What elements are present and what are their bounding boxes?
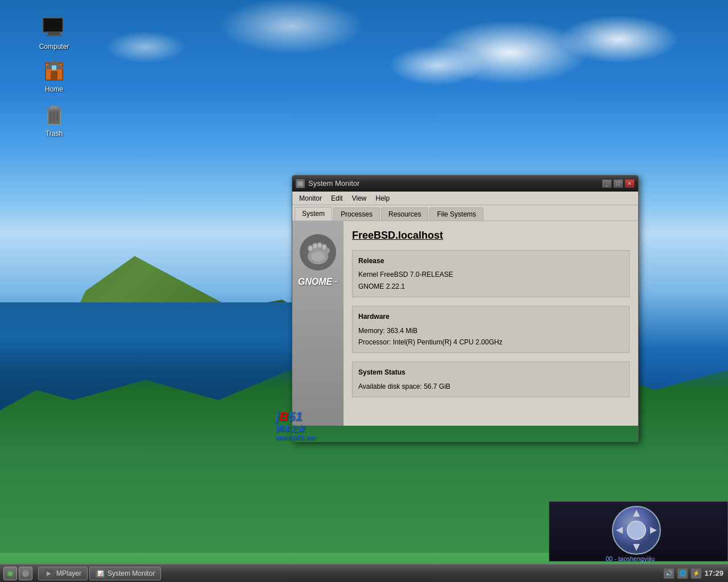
system-info-panel: FreeBSD.localhost Release Kernel FreeBSD…	[344, 221, 638, 426]
svg-rect-1	[44, 19, 62, 31]
svg-rect-12	[51, 106, 57, 109]
gnome-version: GNOME 2.22.1	[358, 281, 623, 292]
taskbar-items: ▶ MPlayer 📊 System Monitor	[36, 567, 659, 580]
svg-point-39	[8, 571, 13, 576]
mplayer-nav[interactable]	[611, 505, 661, 555]
minimize-button[interactable]: _	[602, 179, 612, 188]
desktop-icon-home[interactable]: Home	[31, 57, 77, 93]
window-controls: _ □ ✕	[602, 179, 635, 188]
taskbar-start	[0, 567, 36, 580]
taskbar-item-mplayer[interactable]: ▶ MPlayer	[38, 567, 88, 580]
status-title: System Status	[358, 367, 623, 378]
mplayer-track-title: 00 - taoshengyijiu	[606, 555, 671, 562]
menu-view[interactable]: View	[348, 193, 371, 203]
gnome-logo	[298, 232, 338, 272]
desktop-icon-computer[interactable]: Computer	[31, 14, 77, 51]
svg-point-26	[325, 248, 330, 253]
window-menubar: Monitor Edit View Help	[292, 192, 638, 205]
watermark: jB51 脚本之家 www.jb51.net	[276, 409, 316, 441]
svg-point-40	[22, 570, 29, 577]
disk-space: Available disk space: 56.7 GiB	[358, 381, 623, 392]
processor-info: Processor: Intel(R) Pentium(R) 4 CPU 2.0…	[358, 336, 623, 348]
clock: 17:29	[705, 569, 723, 577]
trash-icon-label: Trash	[46, 130, 63, 138]
desktop-icon-trash[interactable]: Trash	[31, 101, 77, 138]
svg-rect-17	[298, 182, 303, 183]
start-button-2[interactable]	[19, 567, 32, 580]
hardware-title: Hardware	[358, 311, 623, 322]
systray-network-icon[interactable]: 🌐	[677, 568, 688, 579]
svg-point-31	[322, 245, 326, 250]
close-button[interactable]: ✕	[624, 179, 635, 188]
kernel-info: Kernel FreeBSD 7.0-RELEASE	[358, 269, 623, 280]
taskbar: ▶ MPlayer 📊 System Monitor 🔊 🌐 ⚡ 17:29	[0, 564, 728, 582]
gnome-logo-panel: GNOME™	[292, 221, 344, 426]
tab-filesystems[interactable]: File Systems	[429, 207, 483, 221]
menu-monitor[interactable]: Monitor	[295, 193, 326, 203]
svg-rect-18	[298, 184, 303, 184]
hardware-section: Hardware Memory: 363.4 MiB Processor: In…	[352, 306, 630, 353]
window-tabs: System Processes Resources File Systems	[292, 205, 638, 221]
maximize-button[interactable]: □	[613, 179, 623, 188]
computer-icon-label: Computer	[39, 43, 69, 51]
memory-info: Memory: 363.4 MiB	[358, 325, 623, 336]
tab-system[interactable]: System	[295, 207, 332, 221]
home-icon-label: Home	[45, 85, 63, 93]
systray-power-icon[interactable]: ⚡	[691, 568, 701, 579]
taskbar-sysmon-label: System Monitor	[107, 569, 155, 577]
system-monitor-window: System Monitor _ □ ✕ Monitor Edit View H…	[292, 175, 639, 442]
gnome-text: GNOME™	[298, 277, 338, 287]
window-title-icon	[296, 179, 305, 188]
start-button-1[interactable]	[3, 567, 17, 580]
status-section: System Status Available disk space: 56.7…	[352, 361, 630, 397]
menu-edit[interactable]: Edit	[326, 193, 348, 203]
svg-point-30	[318, 243, 321, 248]
taskbar-item-sysmon[interactable]: 📊 System Monitor	[89, 567, 161, 580]
svg-rect-3	[46, 35, 62, 36]
status-info-box: System Status Available disk space: 56.7…	[352, 361, 630, 397]
svg-point-28	[309, 246, 312, 251]
taskbar-mplayer-label: MPlayer	[56, 569, 81, 577]
svg-point-27	[311, 251, 325, 261]
mplayer-widget[interactable]: 00 - taoshengyijiu File● 00:01:12/00:04:…	[549, 501, 728, 562]
svg-rect-19	[298, 185, 303, 185]
tab-resources[interactable]: Resources	[381, 207, 428, 221]
release-info-box: Release Kernel FreeBSD 7.0-RELEASE GNOME…	[352, 250, 630, 297]
mplayer-taskbar-icon: ▶	[44, 569, 53, 578]
computer-icon	[40, 14, 68, 41]
window-content: GNOME™ FreeBSD.localhost Release Kernel …	[292, 221, 638, 426]
release-title: Release	[358, 255, 623, 267]
svg-rect-6	[51, 71, 57, 80]
svg-point-33	[627, 521, 646, 539]
hostname: FreeBSD.localhost	[352, 230, 630, 242]
svg-point-29	[313, 244, 317, 248]
svg-rect-8	[52, 65, 56, 70]
taskbar-system-tray: 🔊 🌐 ⚡ 17:29	[659, 568, 728, 579]
release-section: Release Kernel FreeBSD 7.0-RELEASE GNOME…	[352, 250, 630, 297]
window-titlebar: System Monitor _ □ ✕	[292, 176, 638, 192]
svg-rect-2	[48, 32, 60, 35]
tab-processes[interactable]: Processes	[333, 207, 380, 221]
window-title: System Monitor	[308, 179, 602, 188]
trash-icon	[40, 101, 68, 128]
home-icon	[40, 57, 68, 84]
hardware-info-box: Hardware Memory: 363.4 MiB Processor: In…	[352, 306, 630, 353]
menu-help[interactable]: Help	[371, 193, 395, 203]
systray-volume-icon[interactable]: 🔊	[664, 568, 674, 579]
sysmon-taskbar-icon: 📊	[96, 569, 105, 578]
